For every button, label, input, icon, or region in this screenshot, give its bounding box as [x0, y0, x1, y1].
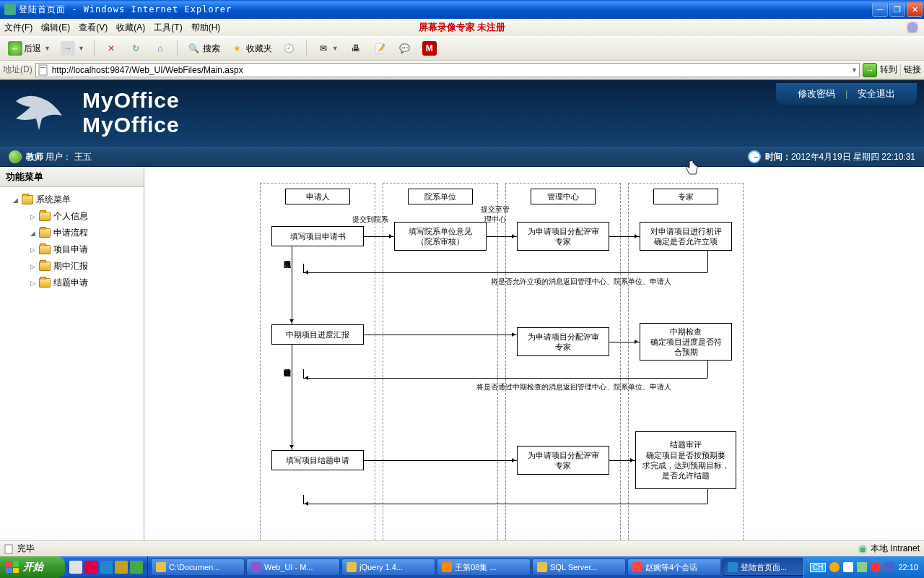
window-title: 登陆首页面 - Windows Internet Explorer	[19, 4, 872, 16]
menu-help[interactable]: 帮助(H)	[191, 22, 221, 34]
app-logo-text: MyOffice	[82, 88, 180, 113]
menu-edit[interactable]: 编辑(E)	[41, 22, 70, 34]
box-assign3: 为申请项目分配评审专家	[517, 446, 609, 475]
stop-button[interactable]: ✕	[100, 39, 122, 58]
ime-indicator[interactable]: CH	[810, 563, 826, 572]
ql-app-icon[interactable]	[130, 561, 143, 574]
flowchart: 申请人 院系单位 管理中心 专家 填写项目申请书 填写院系单位意见（院系审核） …	[260, 183, 808, 540]
lanehead-mgmt: 管理中心	[531, 189, 596, 204]
task-chat[interactable]: 赵婉等4个会话	[627, 558, 721, 576]
ql-app-icon[interactable]	[100, 561, 113, 574]
task-jquery[interactable]: jQuery 1.4...	[341, 558, 435, 576]
start-button[interactable]: 开始	[0, 556, 65, 578]
tray-volume-icon[interactable]	[884, 562, 894, 572]
search-button[interactable]: 🔍搜索	[183, 39, 224, 58]
datetime-text: 2012年4月19日 星期四 22:10:31	[791, 151, 915, 163]
menu-view[interactable]: 查看(V)	[79, 22, 108, 34]
content-area: 申请人 院系单位 管理中心 专家 填写项目申请书 填写院系单位意见（院系审核） …	[144, 167, 924, 540]
logout-link[interactable]: 安全退出	[858, 88, 895, 99]
folder-icon	[39, 228, 51, 238]
browser-viewport: MyOffice MyOffice 修改密码 | 安全退出 教师 用户： 王五 …	[0, 79, 924, 540]
refresh-button[interactable]: ↻	[125, 39, 147, 58]
recorder-banner: 屏幕录像专家 未注册	[419, 21, 506, 34]
menu-tools[interactable]: 工具(T)	[154, 22, 182, 34]
ql-desktop-icon[interactable]	[69, 561, 82, 574]
go-label[interactable]: 转到	[880, 64, 897, 76]
url-text: http://localhost:9847/Web_UI/WebFiles/Ma…	[52, 65, 243, 75]
main-layout: 功能菜单 ◢系统菜单 ▷个人信息 ◢申请流程 ▷项目申请 ▷期中汇报 ▷结题申请…	[0, 167, 924, 540]
task-sqlserver[interactable]: SQL Server...	[532, 558, 626, 576]
tree-root[interactable]: ◢系统菜单	[3, 191, 141, 208]
close-button[interactable]: ✕	[907, 2, 923, 17]
menu-favorites[interactable]: 收藏(A)	[116, 22, 145, 34]
links-label[interactable]: 链接	[904, 64, 921, 76]
tree-item-final[interactable]: ▷结题申请	[3, 275, 141, 291]
quick-launch	[65, 556, 148, 578]
minimize-button[interactable]: ─	[872, 2, 888, 17]
lanehead-dept: 院系单位	[408, 189, 473, 204]
app-header: MyOffice MyOffice 修改密码 | 安全退出	[0, 80, 924, 147]
tray-icon[interactable]	[857, 562, 867, 572]
mail-button[interactable]: ✉▼	[313, 39, 342, 58]
page-icon	[38, 64, 49, 76]
clock-icon	[748, 150, 761, 163]
tray-icon[interactable]	[829, 562, 840, 572]
top-nav: 修改密码 | 安全退出	[776, 83, 917, 105]
box-eval3: 结题审评确定项目是否按预期要求完成，达到预期目标，是否允许结题	[635, 431, 736, 489]
sidebar-title: 功能菜单	[0, 167, 144, 187]
ie-status-bar: 完毕 本地 Intranet	[0, 540, 924, 556]
box-apply: 填写项目申请书	[271, 226, 364, 246]
edit-button[interactable]: 📝	[370, 39, 391, 58]
box-final-apply: 填写项目结题申请	[271, 450, 364, 470]
task-ie-login[interactable]: 登陆首页面...	[723, 558, 803, 576]
user-role: 教师	[26, 151, 43, 163]
task-buttons: C:\Documen... Web_UI - M... jQuery 1.4..…	[148, 556, 803, 578]
user-bar: 教师 用户： 王五 时间： 2012年4月19日 星期四 22:10:31	[0, 147, 924, 167]
box-assign1: 为申请项目分配评审专家	[517, 222, 609, 251]
maxthon-button[interactable]: M	[419, 39, 440, 58]
menu-file[interactable]: 文件(F)	[4, 22, 32, 34]
box-midterm-report: 中期项目进度汇报	[271, 324, 364, 345]
user-icon	[9, 150, 22, 163]
url-input[interactable]: http://localhost:9847/Web_UI/WebFiles/Ma…	[35, 63, 860, 77]
go-button[interactable]: →	[863, 63, 877, 77]
svg-rect-1	[40, 67, 45, 68]
folder-icon	[39, 245, 51, 254]
task-webui[interactable]: Web_UI - M...	[246, 558, 340, 576]
lanehead-applicant: 申请人	[285, 189, 350, 204]
zone-text: 本地 Intranet	[871, 543, 920, 555]
forward-button[interactable]: →▼	[57, 39, 88, 58]
discuss-button[interactable]: 💬	[394, 39, 416, 58]
window-titlebar: 登陆首页面 - Windows Internet Explorer ─ ❐ ✕	[0, 0, 924, 19]
tray-clock[interactable]: 22:10	[898, 563, 918, 571]
zone-icon	[858, 544, 868, 554]
back-button[interactable]: ←后退▼	[4, 39, 54, 58]
home-button[interactable]: ⌂	[149, 39, 171, 58]
history-button[interactable]: 🕘	[279, 39, 300, 58]
folder-icon	[22, 195, 33, 204]
ql-app-icon[interactable]	[84, 561, 97, 574]
maximize-button[interactable]: ❐	[889, 2, 905, 17]
address-label: 地址(D)	[3, 64, 32, 76]
tree-item-project-apply[interactable]: ▷项目申请	[3, 241, 141, 258]
box-assign2: 为申请项目分配评审专家	[517, 327, 609, 356]
system-tray: CH 22:10	[803, 556, 924, 578]
nav-tree: ◢系统菜单 ▷个人信息 ◢申请流程 ▷项目申请 ▷期中汇报 ▷结题申请	[0, 187, 144, 296]
task-video[interactable]: 王第08集 ...	[437, 558, 531, 576]
favorites-button[interactable]: ★收藏夹	[227, 39, 276, 58]
ie-logo-icon	[905, 20, 920, 35]
lanehead-expert: 专家	[653, 189, 718, 204]
folder-icon	[39, 212, 51, 221]
tree-item-profile[interactable]: ▷个人信息	[3, 208, 141, 225]
task-explorer[interactable]: C:\Documen...	[151, 558, 245, 576]
tree-item-apply-flow[interactable]: ◢申请流程	[3, 225, 141, 241]
logo-bird-icon	[10, 87, 68, 138]
status-text: 完毕	[17, 543, 35, 555]
ql-app-icon[interactable]	[115, 561, 128, 574]
change-password-link[interactable]: 修改密码	[798, 88, 835, 99]
print-button[interactable]: 🖶	[345, 39, 367, 58]
time-label: 时间：	[765, 151, 791, 163]
tree-item-midterm[interactable]: ▷期中汇报	[3, 258, 141, 275]
tray-icon[interactable]	[871, 562, 881, 572]
tray-icon[interactable]	[843, 562, 853, 572]
